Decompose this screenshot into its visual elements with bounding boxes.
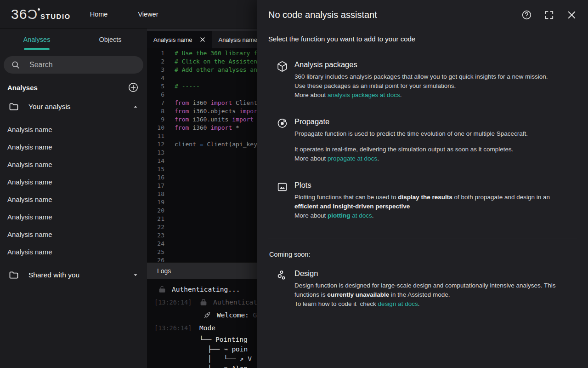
close-tab-icon[interactable]	[199, 36, 206, 43]
line-number: 9	[147, 116, 164, 124]
line-number: 6	[147, 91, 164, 99]
editor-tab-label: Analysis name	[153, 36, 192, 43]
code-text: from i360.units import *	[175, 116, 261, 124]
coming-soon-label: Coming soon:	[269, 251, 588, 258]
chevron-up-icon[interactable]	[131, 103, 140, 111]
line-number: 5	[147, 83, 164, 91]
code-text: # Add other analyses and	[175, 66, 261, 75]
section-text-line: 360 library includes analysis packages t…	[294, 72, 548, 81]
section-text-line: Use these packages as an initial point f…	[294, 81, 548, 91]
docs-link[interactable]: design at docs	[378, 300, 418, 307]
function-section-plots[interactable]: PlotsPlotting functions that can be used…	[257, 181, 588, 220]
section-text-line: Propagate function is used to predict th…	[294, 129, 528, 138]
analysis-list: Analysis nameAnalysis nameAnalysis nameA…	[0, 121, 147, 260]
image-icon	[277, 181, 288, 193]
docs-link[interactable]: analysis packages at docs	[328, 92, 400, 98]
sidebar-analysis-item[interactable]: Analysis name	[0, 121, 147, 138]
app-root: 36ƆSTUDIO Home Viewer Analyses Objects S…	[0, 0, 588, 368]
tab-objects[interactable]: Objects	[74, 29, 147, 51]
search-icon	[11, 60, 20, 69]
code-text: # Click on the Assistent	[175, 58, 261, 66]
line-number: 19	[147, 199, 164, 207]
log-timestamp: [13:26:14]	[154, 324, 196, 332]
assistant-modal: No code analysis assistant Select the fu…	[257, 0, 588, 368]
fullscreen-icon[interactable]	[544, 10, 554, 20]
logo-studio-text: STUDIO	[40, 12, 71, 20]
coming-soon-section: DesignDesign function is designed for la…	[257, 269, 588, 309]
section-text-line: Design function is designed for large-sc…	[294, 281, 556, 290]
line-number: 24	[147, 240, 164, 248]
code-text: from i360 import *	[175, 124, 239, 132]
code-text: from i360 import Client	[175, 99, 257, 108]
tab-analyses[interactable]: Analyses	[0, 29, 74, 51]
modal-header-icons	[521, 10, 577, 20]
cluster-icon	[277, 270, 288, 281]
editor-tab-active[interactable]: Analysis name	[147, 31, 212, 48]
line-number: 12	[147, 141, 164, 149]
line-number: 15	[147, 166, 164, 174]
sidebar-analysis-item[interactable]: Analysis name	[0, 208, 147, 225]
function-section-propagate[interactable]: PropagatePropagate function is used to p…	[257, 117, 588, 163]
folder-icon	[8, 101, 19, 112]
code-text: # -----	[175, 83, 200, 91]
line-number: 17	[147, 182, 164, 190]
line-number: 4	[147, 75, 164, 83]
modal-header: No code analysis assistant	[257, 0, 588, 29]
sidebar-analysis-item[interactable]: Analysis name	[0, 138, 147, 155]
lock-icon	[199, 298, 208, 306]
sidebar-analysis-item[interactable]: Analysis name	[0, 190, 147, 208]
logo-number: 36	[11, 6, 27, 22]
left-sidebar: Analyses Objects Search Analyses Your an…	[0, 29, 147, 368]
line-number: 23	[147, 232, 164, 240]
help-icon[interactable]	[521, 10, 532, 20]
section-text-line: More about propagate at docs.	[294, 154, 528, 163]
close-icon[interactable]	[566, 10, 577, 20]
sidebar-analysis-item[interactable]: Analysis name	[0, 173, 147, 190]
nav-link-home[interactable]: Home	[90, 11, 108, 18]
line-number: 7	[147, 99, 164, 108]
docs-link[interactable]: at docs	[351, 212, 372, 219]
add-analysis-button[interactable]	[128, 82, 139, 93]
line-number: 26	[147, 257, 164, 262]
line-number: 11	[147, 132, 164, 141]
function-section-analysis-packages[interactable]: Analysis packages360 library includes an…	[257, 60, 588, 100]
section-text-line: More about analysis packages at docs.	[294, 91, 548, 100]
log-timestamp: [13:26:14]	[154, 299, 196, 306]
logo-360-studio[interactable]: 36ƆSTUDIO	[11, 6, 71, 22]
code-text: client = Client(api_key =	[175, 141, 265, 149]
section-body: Analysis packages360 library includes an…	[294, 60, 548, 100]
line-number: 16	[147, 174, 164, 182]
logo-crescent: Ɔ	[27, 6, 37, 22]
section-text-line: functions is currently unavailable in th…	[294, 290, 556, 299]
folder-icon	[8, 270, 19, 281]
function-sections: Analysis packages360 library includes an…	[257, 60, 588, 220]
sidebar-analysis-item[interactable]: Analysis name	[0, 155, 147, 173]
sidebar-tabs: Analyses Objects	[0, 29, 147, 51]
nav-link-viewer[interactable]: Viewer	[138, 11, 158, 18]
section-text-line: More about plotting at docs.	[294, 211, 550, 220]
analyses-header-label: Analyses	[7, 84, 38, 92]
modal-title: No code analysis assistant	[268, 10, 521, 20]
logs-title: Logs	[157, 267, 171, 275]
section-text-line: It operates in real-time, delivering the…	[294, 145, 528, 154]
folder-shared-with-you[interactable]: Shared with you	[0, 265, 147, 285]
line-number: 8	[147, 108, 164, 116]
editor-tab-label: Analysis name	[219, 36, 258, 43]
folder-label: Shared with you	[28, 271, 131, 279]
docs-link[interactable]: plotting	[328, 212, 350, 219]
section-body: DesignDesign function is designed for la…	[294, 269, 556, 309]
divider	[268, 238, 577, 238]
sidebar-analysis-item[interactable]: Analysis name	[0, 243, 147, 260]
section-title: Analysis packages	[294, 60, 548, 69]
chevron-down-icon[interactable]	[131, 271, 140, 279]
search-input[interactable]: Search	[4, 56, 143, 74]
sidebar-analysis-item[interactable]: Analysis name	[0, 225, 147, 243]
folder-label: Your analysis	[28, 103, 131, 111]
section-text-line: To learn how to code it check design at …	[294, 299, 556, 309]
folder-your-analysis[interactable]: Your analysis	[0, 97, 147, 117]
analyses-section-header: Analyses	[0, 80, 147, 95]
line-number: 22	[147, 224, 164, 232]
docs-link[interactable]: propagate at docs	[328, 155, 377, 162]
section-body: PropagatePropagate function is used to p…	[294, 117, 528, 163]
function-section-design[interactable]: DesignDesign function is designed for la…	[257, 269, 588, 309]
